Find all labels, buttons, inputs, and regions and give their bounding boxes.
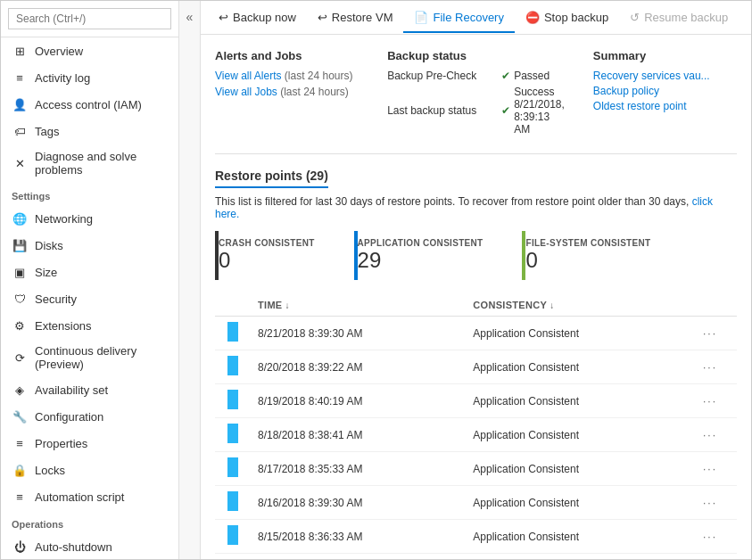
file-recovery-icon: 📄 (414, 11, 428, 24)
row-more-button[interactable]: ··· (703, 497, 717, 509)
summary-panel: Summary Recovery services vau... Backup … (593, 49, 737, 139)
color-bar-indicator (227, 322, 238, 342)
search-input[interactable] (8, 8, 171, 29)
sidebar-item-properties[interactable]: ≡ Properties (1, 430, 178, 457)
color-bar-indicator (227, 424, 238, 443)
row-color-bar (215, 350, 251, 384)
row-actions[interactable]: ··· (683, 350, 737, 384)
view-all-alerts-link[interactable]: View all Alerts (last 24 hours) (215, 70, 359, 82)
row-color-bar (215, 384, 251, 418)
backup-now-icon: ↩ (219, 11, 228, 24)
row-actions[interactable]: ··· (683, 554, 737, 560)
row-color-bar (215, 554, 251, 560)
row-consistency: Application Consistent (466, 384, 683, 418)
sidebar-item-auto-shutdown[interactable]: ⏻ Auto-shutdown (1, 533, 178, 559)
row-consistency: Application Consistent (466, 554, 683, 560)
backup-policy-link[interactable]: Backup policy (593, 85, 737, 97)
row-time: 8/20/2018 8:39:22 AM (251, 350, 466, 384)
sidebar-item-size[interactable]: ▣ Size (1, 259, 178, 285)
row-more-button[interactable]: ··· (703, 361, 717, 374)
row-color-bar (215, 486, 251, 520)
sidebar-item-diagnose[interactable]: ✕ Diagnose and solve problems (1, 144, 178, 182)
row-actions[interactable]: ··· (683, 418, 737, 452)
row-consistency: Application Consistent (466, 452, 683, 486)
row-time: 8/15/2018 8:36:33 AM (251, 520, 466, 554)
row-actions[interactable]: ··· (683, 452, 737, 486)
tab-bar: ↩ Backup now ↩ Restore VM 📄 File Recover… (201, 1, 751, 35)
sidebar-item-overview[interactable]: ⊞ Overview (1, 37, 178, 64)
networking-icon: 🌐 (12, 210, 28, 226)
summary-panels: Alerts and Jobs View all Alerts (last 24… (215, 49, 737, 154)
tab-stop-backup[interactable]: ⛔ Stop backup (515, 4, 619, 33)
app-container: ⊞ Overview ≡ Activity log 👤 Access contr… (0, 0, 752, 560)
row-time: 8/21/2018 8:39:30 AM (251, 317, 466, 350)
row-more-button[interactable]: ··· (703, 395, 717, 408)
collapse-icon: « (186, 10, 194, 24)
sidebar-item-automation[interactable]: ≡ Automation script (1, 483, 178, 510)
row-consistency: Application Consistent (466, 520, 683, 554)
app-consistent-stat: APPLICATION CONSISTENT 29 (354, 231, 501, 280)
alerts-jobs-title: Alerts and Jobs (215, 49, 359, 62)
sidebar-item-continuous-delivery[interactable]: ⟳ Continuous delivery (Preview) (1, 339, 178, 376)
overview-icon: ⊞ (12, 43, 28, 59)
col-consistency[interactable]: CONSISTENCY (466, 294, 683, 317)
sidebar-item-security[interactable]: 🛡 Security (1, 285, 178, 312)
backup-status-panel: Backup status Backup Pre-Check ✔ Passed … (387, 49, 565, 139)
sidebar-item-configuration[interactable]: 🔧 Configuration (1, 403, 178, 430)
diagnose-icon: ✕ (12, 155, 28, 171)
iam-icon: 👤 (12, 96, 28, 112)
table-row: 8/21/2018 8:39:30 AM Application Consist… (215, 317, 737, 350)
tab-file-recovery[interactable]: 📄 File Recovery (403, 4, 514, 33)
availability-set-icon: ◈ (12, 382, 28, 398)
size-icon: ▣ (12, 264, 28, 280)
sidebar-item-activity-log[interactable]: ≡ Activity log (1, 64, 178, 91)
row-actions[interactable]: ··· (683, 520, 737, 554)
row-time: 8/19/2018 8:40:19 AM (251, 384, 466, 418)
recovery-services-link[interactable]: Recovery services vau... (593, 70, 737, 82)
col-time[interactable]: TIME (251, 294, 466, 317)
row-more-button[interactable]: ··· (703, 531, 717, 543)
crash-consistent-stat: CRASH CONSISTENT 0 (215, 231, 333, 280)
oldest-restore-point-link[interactable]: Oldest restore point (593, 100, 737, 112)
resume-backup-icon: ↺ (630, 11, 640, 24)
tab-delete-backup-data[interactable]: 🗑 Delete backup data (739, 4, 751, 33)
row-consistency: Application Consistent (466, 350, 683, 384)
restore-points-section: Restore points (29) This list is filtere… (215, 169, 737, 559)
sidebar-item-availability-set[interactable]: ◈ Availability set (1, 376, 178, 403)
summary-title: Summary (593, 49, 737, 62)
disks-icon: 💾 (12, 237, 28, 253)
sidebar-item-disks[interactable]: 💾 Disks (1, 232, 178, 259)
color-bar-indicator (227, 390, 238, 409)
color-bar-indicator (227, 457, 238, 477)
row-actions[interactable]: ··· (683, 317, 737, 350)
table-row: 8/20/2018 8:39:22 AM Application Consist… (215, 350, 737, 384)
row-color-bar (215, 317, 251, 350)
row-time: 8/18/2018 8:38:41 AM (251, 418, 466, 452)
sidebar-item-networking[interactable]: 🌐 Networking (1, 205, 178, 232)
sidebar-item-tags[interactable]: 🏷 Tags (1, 118, 178, 144)
sidebar-item-iam[interactable]: 👤 Access control (IAM) (1, 91, 178, 118)
row-time: 8/16/2018 8:39:30 AM (251, 486, 466, 520)
fs-consistent-stat: FILE-SYSTEM CONSISTENT 0 (522, 231, 668, 280)
row-consistency: Application Consistent (466, 317, 683, 350)
view-all-jobs-link[interactable]: View all Jobs (last 24 hours) (215, 86, 359, 98)
row-color-bar (215, 520, 251, 554)
sidebar-collapse-button[interactable]: « (179, 1, 201, 559)
pre-check-icon: ✔ (501, 70, 510, 82)
sidebar-item-extensions[interactable]: ⚙ Extensions (1, 312, 178, 339)
row-actions[interactable]: ··· (683, 384, 737, 418)
pre-check-row: Backup Pre-Check ✔ Passed (387, 70, 565, 82)
row-more-button[interactable]: ··· (703, 429, 717, 441)
sidebar: ⊞ Overview ≡ Activity log 👤 Access contr… (1, 1, 179, 559)
row-more-button[interactable]: ··· (703, 463, 717, 475)
tab-restore-vm[interactable]: ↩ Restore VM (307, 4, 404, 33)
restore-points-table: TIME CONSISTENCY 8/21/2018 8:39:30 AM Ap… (215, 294, 737, 559)
tab-resume-backup[interactable]: ↺ Resume backup (619, 4, 739, 33)
row-more-button[interactable]: ··· (703, 327, 717, 340)
row-actions[interactable]: ··· (683, 486, 737, 520)
properties-icon: ≡ (12, 435, 28, 451)
tags-icon: 🏷 (12, 123, 28, 139)
content-area: Alerts and Jobs View all Alerts (last 24… (201, 35, 751, 559)
tab-backup-now[interactable]: ↩ Backup now (208, 4, 307, 33)
sidebar-item-locks[interactable]: 🔒 Locks (1, 457, 178, 483)
